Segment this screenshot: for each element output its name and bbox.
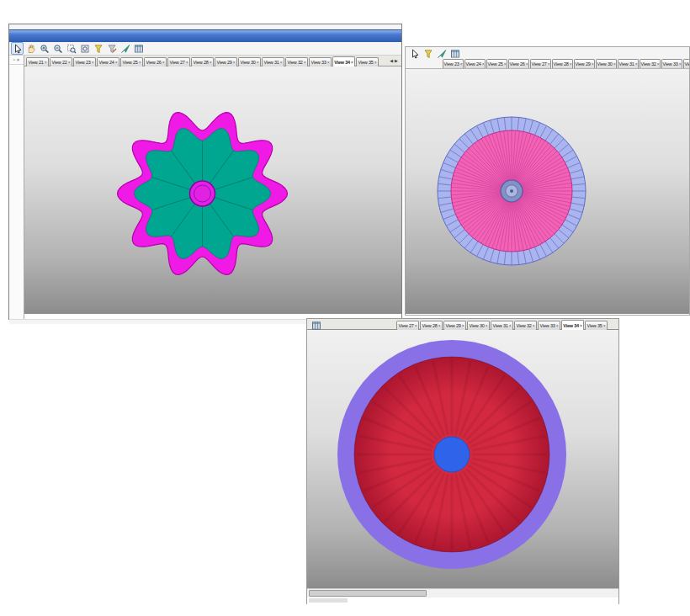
tab-close-icon[interactable]: × — [556, 323, 559, 328]
tab-close-icon[interactable]: × — [186, 60, 188, 65]
tab-view-22[interactable]: View 22× — [50, 57, 72, 66]
zoom-fit-icon[interactable] — [78, 42, 91, 55]
tab-close-icon[interactable]: × — [233, 60, 236, 65]
tab-close-icon[interactable]: × — [415, 323, 417, 328]
zoom-out-icon[interactable] — [51, 42, 64, 55]
tab-view-30[interactable]: View 30× — [467, 321, 490, 330]
scrollbar-thumb[interactable] — [309, 590, 427, 597]
tab-view-24[interactable]: View 24× — [97, 57, 119, 66]
tab-view-23[interactable]: View 23× — [73, 57, 96, 66]
tab-close-icon[interactable]: × — [68, 60, 71, 65]
tab-close-icon[interactable]: × — [548, 61, 550, 66]
tab-close-icon[interactable]: × — [679, 61, 682, 66]
dock-icon[interactable]: ▫ — [13, 57, 15, 62]
tab-scroll-right-icon[interactable]: ▶ — [395, 58, 398, 63]
viewport-2[interactable] — [406, 69, 689, 314]
tab-view-32[interactable]: View 32× — [285, 57, 308, 66]
tab-view-33[interactable]: View 33× — [309, 57, 332, 66]
tab-view-28[interactable]: View 28× — [552, 59, 573, 68]
tab-close-icon[interactable]: × — [486, 323, 488, 328]
tab-label: View 32 — [517, 323, 532, 328]
tab-view-32[interactable]: View 32× — [640, 59, 661, 68]
tab-view-25[interactable]: View 25× — [120, 57, 143, 66]
tab-close-icon[interactable]: × — [257, 60, 259, 65]
tab-close-icon[interactable]: × — [162, 60, 165, 65]
tab-close-icon[interactable]: × — [139, 60, 141, 65]
filter-icon[interactable] — [92, 42, 104, 55]
tab-close-icon[interactable]: × — [327, 60, 330, 65]
tab-view-29[interactable]: View 29× — [574, 59, 595, 68]
tab-view-27[interactable]: View 27× — [167, 57, 190, 66]
tab-scroll-left-icon[interactable]: ◀ — [390, 58, 393, 63]
close-icon[interactable]: × — [17, 57, 20, 62]
tab-view-24[interactable]: View 24× — [464, 59, 486, 68]
tab-close-icon[interactable]: × — [92, 60, 94, 65]
tab-close-icon[interactable]: × — [304, 60, 306, 65]
tab-view-23[interactable]: View 23× — [443, 59, 464, 68]
tab-close-icon[interactable]: × — [580, 323, 582, 328]
tab-view-27[interactable]: View 27× — [396, 321, 419, 330]
tab-close-icon[interactable]: × — [45, 60, 47, 65]
tab-view-30[interactable]: View 30× — [238, 57, 261, 66]
tab-close-icon[interactable]: × — [509, 323, 512, 328]
tab-view-34[interactable]: View 34× — [561, 320, 584, 330]
tab-view-29[interactable]: View 29× — [215, 57, 237, 66]
zoom-in-icon[interactable] — [38, 42, 50, 55]
pan-icon[interactable] — [24, 42, 37, 55]
tab-view-21[interactable]: View 21× — [26, 57, 49, 66]
tab-label: View 28 — [422, 323, 438, 328]
tab-view-34[interactable]: View 34× — [332, 56, 355, 66]
tab-label: View 25 — [123, 60, 138, 65]
tab-view-34[interactable]: View 34× — [683, 59, 689, 68]
tab-view-32[interactable]: View 32× — [514, 321, 537, 330]
horizontal-scrollbar[interactable] — [307, 588, 618, 597]
tab-close-icon[interactable]: × — [635, 61, 638, 66]
tab-close-icon[interactable]: × — [374, 60, 377, 65]
tab-label: View 27 — [170, 60, 185, 65]
tab-close-icon[interactable]: × — [504, 61, 507, 66]
filter-edit-icon[interactable] — [105, 42, 118, 55]
tab-close-icon[interactable]: × — [460, 61, 463, 66]
tab-close-icon[interactable]: × — [462, 323, 464, 328]
tab-view-25[interactable]: View 25× — [486, 59, 507, 68]
tab-view-35[interactable]: View 35× — [356, 57, 379, 66]
fly-icon[interactable] — [119, 42, 131, 55]
table-icon[interactable] — [132, 42, 145, 55]
tab-view-29[interactable]: View 29× — [443, 321, 466, 330]
tab-close-icon[interactable]: × — [613, 61, 616, 66]
viewport-3[interactable] — [307, 330, 618, 588]
tab-view-26[interactable]: View 26× — [144, 57, 167, 66]
footer-chip — [309, 598, 348, 603]
tab-close-icon[interactable]: × — [592, 61, 594, 66]
tab-view-30[interactable]: View 30× — [596, 59, 617, 68]
pointer-icon[interactable] — [11, 42, 24, 55]
pointer-icon[interactable] — [408, 47, 421, 60]
tab-view-31[interactable]: View 31× — [491, 321, 513, 330]
tab-close-icon[interactable]: × — [351, 60, 353, 65]
tab-view-26[interactable]: View 26× — [508, 59, 529, 68]
tab-close-icon[interactable]: × — [570, 61, 572, 66]
tab-close-icon[interactable]: × — [280, 60, 283, 65]
tab-view-33[interactable]: View 33× — [661, 59, 682, 68]
tab-close-icon[interactable]: × — [115, 60, 118, 65]
viewport-1[interactable] — [24, 66, 401, 314]
tab-view-28[interactable]: View 28× — [191, 57, 214, 66]
filter-icon[interactable] — [422, 47, 434, 60]
tab-close-icon[interactable]: × — [533, 323, 535, 328]
tab-view-33[interactable]: View 33× — [538, 321, 560, 330]
window-titlebar[interactable] — [9, 29, 401, 42]
tab-close-icon[interactable]: × — [210, 60, 212, 65]
tab-view-27[interactable]: View 27× — [530, 59, 551, 68]
zoom-window-icon[interactable] — [65, 42, 77, 55]
tab-close-icon[interactable]: × — [526, 61, 528, 66]
panel3-header: View 27×View 28×View 29×View 30×View 31×… — [307, 319, 618, 330]
tab-view-31[interactable]: View 31× — [618, 59, 639, 68]
tab-close-icon[interactable]: × — [482, 61, 485, 66]
tab-view-28[interactable]: View 28× — [420, 321, 443, 330]
tab-close-icon[interactable]: × — [603, 323, 606, 328]
view-tabs-3: View 27×View 28×View 29×View 30×View 31×… — [396, 319, 618, 330]
tab-view-31[interactable]: View 31× — [262, 57, 284, 66]
tab-close-icon[interactable]: × — [657, 61, 660, 66]
tab-view-35[interactable]: View 35× — [585, 321, 608, 330]
tab-close-icon[interactable]: × — [438, 323, 441, 328]
